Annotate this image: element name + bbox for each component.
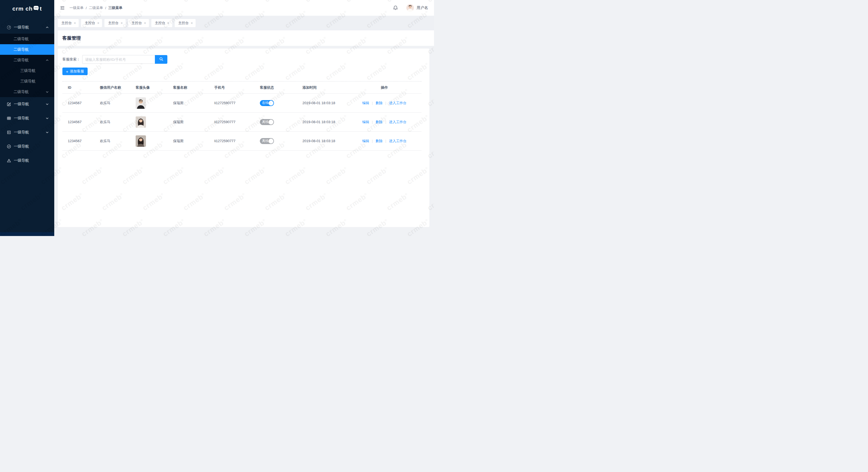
tab-0[interactable]: 主控台 × <box>58 19 79 27</box>
sidebar-item-label: 一级导航 <box>14 102 29 106</box>
enter-workbench-link[interactable]: 进入工作台 <box>389 101 407 105</box>
close-icon[interactable]: × <box>167 21 169 25</box>
table-row: 1234567 欢乐马 保瑞斯 li1272590777 离线 2019-08-… <box>62 132 422 151</box>
sidebar-item-label: 一级导航 <box>14 130 29 135</box>
cell-avatar <box>130 132 167 150</box>
breadcrumb-separator: / <box>105 6 106 10</box>
sidebar-item-label: 二级导航 <box>13 58 29 63</box>
sidebar-item-4-level3[interactable]: 三级导航 <box>0 65 54 76</box>
close-icon[interactable]: × <box>74 21 76 25</box>
plus-icon: + <box>66 69 68 73</box>
tab-label: 主控台 <box>85 21 95 26</box>
document-icon <box>7 130 11 134</box>
cell-added-time: 2019-08-01 18:03:18 <box>297 113 342 131</box>
tab-1[interactable]: 主控台 × <box>81 19 102 27</box>
edit-link[interactable]: 编辑 <box>362 138 369 144</box>
warning-icon <box>7 158 11 163</box>
tab-3[interactable]: 主控台 × <box>128 19 149 27</box>
cell-id: 1234567 <box>62 113 94 131</box>
menu-collapse-icon[interactable] <box>60 5 65 10</box>
table-icon <box>7 116 11 120</box>
tab-bar: 主控台 × 主控台 × 主控台 × 主控台 × 主控台 × 主控台 × <box>54 16 434 30</box>
sidebar-item-10-level1[interactable]: 一级导航 <box>0 139 54 154</box>
sidebar-item-label: 二级导航 <box>13 90 29 94</box>
app-root: crm cht 一级导航 二级导航 二级导航 二级导航 三级导航 三级导航 二级… <box>0 0 434 236</box>
sidebar-item-0-level1[interactable]: 一级导航 <box>0 21 54 34</box>
status-toggle[interactable]: 离线 <box>260 119 274 125</box>
close-icon[interactable]: × <box>144 21 146 25</box>
enter-workbench-link[interactable]: 进入工作台 <box>389 120 407 125</box>
sidebar-item-6-level2[interactable]: 二级导航 <box>0 87 54 97</box>
tab-5[interactable]: 主控台 × <box>175 19 195 27</box>
toggle-knob <box>269 120 273 125</box>
tab-4[interactable]: 主控台 × <box>151 19 172 27</box>
action-separator: | <box>385 101 386 105</box>
topbar-right: 用户名 <box>393 4 428 12</box>
close-icon[interactable]: × <box>120 21 123 25</box>
close-icon[interactable]: × <box>191 21 193 25</box>
user-avatar[interactable] <box>406 4 414 12</box>
check-circle-icon <box>7 144 11 149</box>
close-icon[interactable]: × <box>97 21 99 25</box>
search-button[interactable] <box>155 55 167 64</box>
cell-phone: li1272590777 <box>209 94 254 112</box>
breadcrumb: 一级菜单/二级菜单/三级菜单 <box>69 5 122 10</box>
tab-2[interactable]: 主控台 × <box>104 19 125 27</box>
sidebar-item-5-level3[interactable]: 三级导航 <box>0 76 54 87</box>
delete-link[interactable]: 删除 <box>376 120 383 125</box>
sidebar-item-8-level1[interactable]: 一级导航 <box>0 111 54 125</box>
enter-workbench-link[interactable]: 进入工作台 <box>389 138 407 144</box>
sidebar-menu: 一级导航 二级导航 二级导航 二级导航 三级导航 三级导航 二级导航 一级导航 … <box>0 21 54 232</box>
delete-link[interactable]: 删除 <box>376 138 383 144</box>
chevron-down-icon <box>45 131 49 134</box>
sidebar-item-9-level1[interactable]: 一级导航 <box>0 125 54 139</box>
toggle-knob <box>269 138 273 144</box>
cell-avatar <box>130 94 167 112</box>
edit-link[interactable]: 编辑 <box>362 120 369 125</box>
add-customer-service-button[interactable]: + 添加客服 <box>62 67 88 75</box>
column-header-5: 客服状态 <box>254 82 297 93</box>
cell-service-name: 保瑞斯 <box>167 113 209 131</box>
column-header-1: 微信用户名称 <box>94 82 130 93</box>
breadcrumb-item-0[interactable]: 一级菜单 <box>69 5 84 10</box>
content-card: 客服搜索： + 添加客服 ID微信用户名称客服头像客服名称手机号客服状态添加时间… <box>58 49 429 227</box>
cell-id: 1234567 <box>62 94 94 112</box>
action-separator: | <box>372 139 373 143</box>
column-header-2: 客服头像 <box>130 82 167 93</box>
cell-id: 1234567 <box>62 132 94 150</box>
chevron-up-icon <box>45 59 49 62</box>
sidebar-item-label: 一级导航 <box>14 158 29 163</box>
customer-service-table: ID微信用户名称客服头像客服名称手机号客服状态添加时间操作 1234567 欢乐… <box>62 82 422 151</box>
breadcrumb-item-1[interactable]: 二级菜单 <box>89 5 103 10</box>
search-label: 客服搜索： <box>62 57 80 62</box>
sidebar-item-3-level2[interactable]: 二级导航 <box>0 55 54 65</box>
cell-wechat-name: 欢乐马 <box>94 113 130 131</box>
chevron-down-icon <box>45 117 49 120</box>
action-separator: | <box>372 101 373 105</box>
add-button-label: 添加客服 <box>70 69 84 74</box>
status-label: 在线 <box>262 101 269 105</box>
action-separator: | <box>385 139 386 143</box>
column-header-4: 手机号 <box>209 82 254 93</box>
sidebar-item-2-level2-active[interactable]: 二级导航 <box>0 44 54 55</box>
sidebar-item-7-level1[interactable]: 一级导航 <box>0 97 54 111</box>
cell-status: 在线 <box>254 94 297 112</box>
cell-wechat-name: 欢乐马 <box>94 94 130 112</box>
status-toggle[interactable]: 在线 <box>260 100 274 106</box>
edit-link[interactable]: 编辑 <box>362 101 369 105</box>
username[interactable]: 用户名 <box>416 5 428 10</box>
delete-link[interactable]: 删除 <box>376 101 383 105</box>
cell-avatar <box>130 113 167 131</box>
sidebar: crm cht 一级导航 二级导航 二级导航 二级导航 三级导航 三级导航 二级… <box>0 0 54 236</box>
sidebar-item-1-level2[interactable]: 二级导航 <box>0 34 54 44</box>
sidebar-item-11-level1[interactable]: 一级导航 <box>0 154 54 168</box>
status-toggle[interactable]: 离线 <box>260 138 274 144</box>
sidebar-item-label: 一级导航 <box>14 25 29 30</box>
column-header-3: 客服名称 <box>167 82 209 93</box>
sidebar-item-label: 三级导航 <box>20 68 35 73</box>
notification-bell-icon[interactable] <box>393 5 398 10</box>
cell-service-name: 保瑞斯 <box>167 132 209 150</box>
search-input[interactable] <box>82 55 155 64</box>
status-label: 离线 <box>262 138 269 143</box>
table-row: 1234567 欢乐马 保瑞斯 li1272590777 离线 2019-08-… <box>62 113 422 132</box>
